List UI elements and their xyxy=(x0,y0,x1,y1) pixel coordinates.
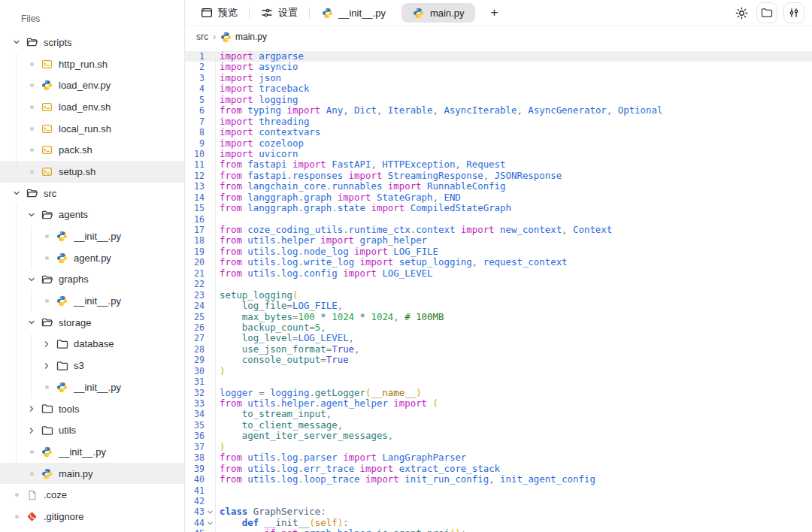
code-line-33[interactable]: 33from utils.helper.agent_helper import … xyxy=(185,398,812,409)
line-number[interactable]: 8 xyxy=(185,127,205,138)
chevron-right-icon[interactable] xyxy=(26,405,38,413)
line-number[interactable]: 37 xyxy=(185,442,205,452)
line-number[interactable]: 19 xyxy=(185,246,205,257)
line-number[interactable]: 35 xyxy=(185,420,205,431)
code-line-14[interactable]: 14from langgraph.graph import StateGraph… xyxy=(185,192,812,203)
chevron-down-icon[interactable] xyxy=(26,319,38,326)
code-line-15[interactable]: 15from langgraph.graph.state import Comp… xyxy=(185,203,812,213)
tree-item-agents[interactable]: agents xyxy=(0,204,184,226)
code-line-25[interactable]: 25 max_bytes=100 * 1024 * 1024, # 100MB xyxy=(185,312,812,322)
code-line-42[interactable]: 42 xyxy=(185,496,812,506)
line-number[interactable]: 6 xyxy=(185,105,205,116)
tree-item-load_env.sh[interactable]: load_env.sh xyxy=(0,96,184,118)
chevron-right-icon[interactable] xyxy=(41,362,53,370)
code-line-43[interactable]: 43class GraphService: xyxy=(185,506,812,517)
line-number[interactable]: 12 xyxy=(185,171,205,181)
breadcrumb-item[interactable]: main.py xyxy=(220,32,267,43)
code-line-36[interactable]: 36 agent_iter_server_messages, xyxy=(185,431,812,441)
line-number[interactable]: 40 xyxy=(185,474,205,485)
tree-item-utils[interactable]: utils xyxy=(0,419,184,441)
preferences-button[interactable] xyxy=(783,2,804,23)
tab-settings[interactable]: 设置 xyxy=(250,0,309,26)
code-line-2[interactable]: 2import asyncio xyxy=(185,62,812,72)
code-line-10[interactable]: 10import uvicorn xyxy=(185,149,812,159)
line-number[interactable]: 4 xyxy=(185,83,205,94)
line-number[interactable]: 28 xyxy=(185,344,205,355)
code-line-22[interactable]: 22 xyxy=(185,279,812,289)
line-number[interactable]: 9 xyxy=(185,138,205,149)
code-line-12[interactable]: 12from fastapi.responses import Streamin… xyxy=(185,171,812,181)
line-number[interactable]: 10 xyxy=(185,149,205,159)
tree-item-graphs[interactable]: graphs xyxy=(0,269,184,291)
line-number[interactable]: 42 xyxy=(185,496,205,506)
line-number[interactable]: 30 xyxy=(185,366,205,376)
line-number[interactable]: 29 xyxy=(185,355,205,365)
code-line-41[interactable]: 41 xyxy=(185,485,812,496)
line-number[interactable]: 45 xyxy=(185,528,205,532)
chevron-right-icon[interactable] xyxy=(26,427,38,434)
theme-toggle-button[interactable] xyxy=(732,4,750,22)
code-line-7[interactable]: 7import threading xyxy=(185,116,812,127)
tree-item-__init__.py[interactable]: __init__.py xyxy=(0,225,184,247)
line-number[interactable]: 20 xyxy=(185,257,205,268)
line-number[interactable]: 11 xyxy=(185,159,205,170)
line-number[interactable]: 13 xyxy=(185,181,205,192)
line-number[interactable]: 2 xyxy=(185,62,205,72)
code-line-21[interactable]: 21from utils.log.config import LOG_LEVEL xyxy=(185,268,812,279)
chevron-down-icon[interactable] xyxy=(11,38,23,46)
tab-init-py[interactable]: __init__.py xyxy=(310,0,397,26)
chevron-right-icon[interactable] xyxy=(41,340,53,348)
line-number[interactable]: 36 xyxy=(185,431,205,441)
tree-item-.gitignore[interactable]: .gitignore xyxy=(0,506,184,527)
tree-item-__init__.py[interactable]: __init__.py xyxy=(0,441,184,463)
code-line-20[interactable]: 20from utils.log.write_log import setup_… xyxy=(185,257,812,268)
open-folder-button[interactable] xyxy=(756,2,777,23)
code-line-23[interactable]: 23setup_logging( xyxy=(185,290,812,301)
chevron-down-icon[interactable] xyxy=(26,276,38,283)
line-number[interactable]: 23 xyxy=(185,290,205,301)
line-number[interactable]: 38 xyxy=(185,452,205,463)
code-line-11[interactable]: 11from fastapi import FastAPI, HTTPExcep… xyxy=(185,159,812,170)
code-line-27[interactable]: 27 log_level=LOG_LEVEL, xyxy=(185,333,812,343)
code-line-45[interactable]: 45 if not graph_helper.is_agent_proj(): xyxy=(185,528,812,532)
tree-item-s3[interactable]: s3 xyxy=(0,355,184,376)
code-line-38[interactable]: 38from utils.log.parser import LangGraph… xyxy=(185,452,812,463)
line-number[interactable]: 39 xyxy=(185,464,205,474)
line-number[interactable]: 17 xyxy=(185,225,205,235)
line-number[interactable]: 5 xyxy=(185,95,205,105)
code-line-40[interactable]: 40from utils.log.loop_trace import init_… xyxy=(185,474,812,485)
tab-main-py[interactable]: main.py xyxy=(401,3,476,23)
line-number[interactable]: 15 xyxy=(185,203,205,213)
fold-toggle-icon[interactable] xyxy=(205,518,215,528)
code-line-32[interactable]: 32logger = logging.getLogger(__name__) xyxy=(185,388,812,398)
line-number[interactable]: 22 xyxy=(185,279,205,289)
code-line-34[interactable]: 34 to_stream_input, xyxy=(185,409,812,419)
line-number[interactable]: 7 xyxy=(185,116,205,127)
line-number[interactable]: 43 xyxy=(185,506,205,517)
fold-toggle-icon[interactable] xyxy=(205,528,215,532)
tree-item-__init__.py[interactable]: __init__.py xyxy=(0,376,184,398)
chevron-down-icon[interactable] xyxy=(26,211,38,219)
fold-toggle-icon[interactable] xyxy=(205,506,215,517)
line-number[interactable]: 3 xyxy=(185,73,205,83)
tree-item-__init__.py[interactable]: __init__.py xyxy=(0,290,184,312)
line-number[interactable]: 21 xyxy=(185,268,205,279)
code-line-4[interactable]: 4import traceback xyxy=(185,83,812,94)
tree-item-scripts[interactable]: scripts xyxy=(0,32,184,53)
code-line-9[interactable]: 9import cozeloop xyxy=(185,138,812,149)
line-number[interactable]: 16 xyxy=(185,214,205,225)
tree-item-load_env.py[interactable]: load_env.py xyxy=(0,74,184,96)
code-line-29[interactable]: 29 console_output=True xyxy=(185,355,812,365)
line-number[interactable]: 41 xyxy=(185,485,205,496)
line-number[interactable]: 34 xyxy=(185,409,205,419)
code-line-35[interactable]: 35 to_client_message, xyxy=(185,420,812,431)
code-line-28[interactable]: 28 use_json_format=True, xyxy=(185,344,812,355)
tree-item-local_run.sh[interactable]: local_run.sh xyxy=(0,118,184,140)
line-number[interactable]: 27 xyxy=(185,333,205,343)
code-line-44[interactable]: 44 def __init__(self): xyxy=(185,518,812,528)
line-number[interactable]: 14 xyxy=(185,192,205,203)
tree-item-src[interactable]: src xyxy=(0,183,184,204)
code-line-16[interactable]: 16 xyxy=(185,214,812,225)
code-line-18[interactable]: 18from utils.helper import graph_helper xyxy=(185,235,812,246)
line-number[interactable]: 26 xyxy=(185,322,205,333)
